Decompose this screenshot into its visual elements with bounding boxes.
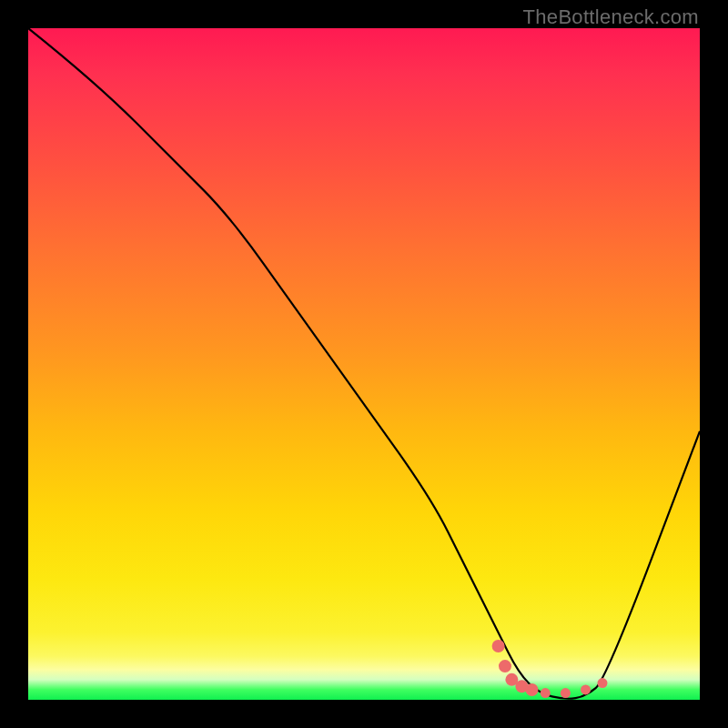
chart-marker — [597, 678, 607, 688]
chart-marker — [492, 640, 505, 652]
watermark-text: TheBottleneck.com — [523, 5, 699, 29]
chart-plot-area — [28, 28, 700, 700]
chart-marker-points — [492, 640, 608, 698]
chart-marker — [499, 660, 511, 672]
chart-svg — [28, 28, 700, 700]
chart-line-curve — [28, 28, 700, 699]
chart-marker — [561, 688, 571, 698]
chart-marker — [526, 683, 539, 696]
chart-marker — [541, 688, 551, 698]
chart-marker — [581, 684, 591, 694]
